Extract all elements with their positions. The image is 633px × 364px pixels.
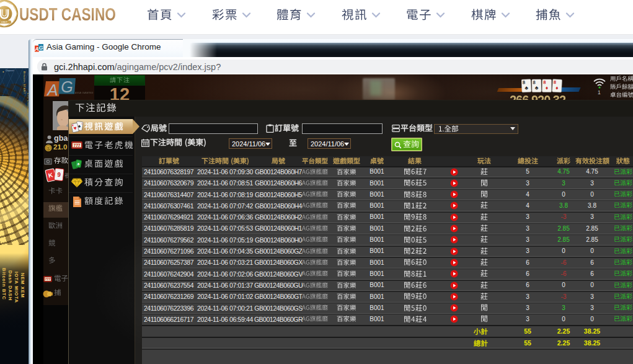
svg-text:A: A	[46, 81, 58, 99]
svg-text:♣: ♣	[525, 84, 529, 91]
svg-text:♣: ♣	[535, 84, 539, 91]
svg-text:777: 777	[45, 277, 50, 281]
svg-text:777: 777	[74, 143, 81, 148]
svg-text:G: G	[38, 45, 43, 51]
svg-text:$: $	[47, 146, 50, 151]
svg-text:USDT: USDT	[1, 21, 8, 24]
svg-text:G: G	[61, 78, 73, 95]
